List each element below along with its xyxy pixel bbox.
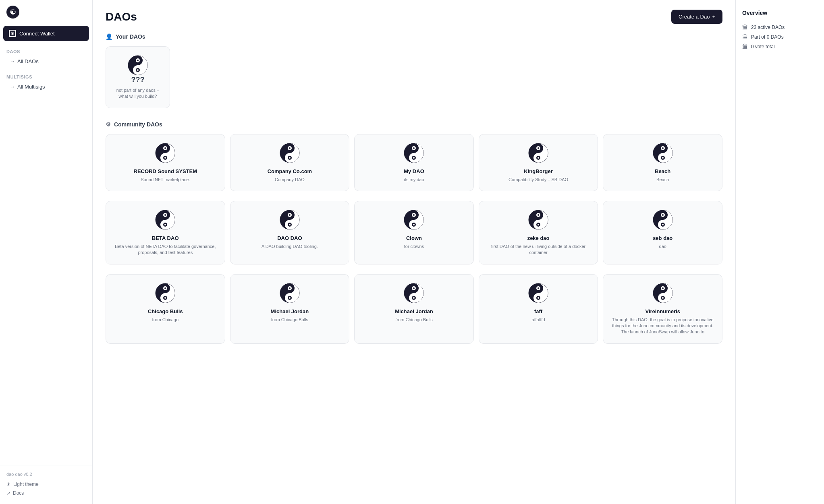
- dao-desc: affafffd: [532, 317, 545, 323]
- dao-desc: from Chicago: [152, 317, 178, 323]
- external-link-icon: ↗: [6, 490, 10, 496]
- svg-point-64: [289, 297, 291, 299]
- sidebar-footer: dao dao v0.2 ☀ Light theme ↗ Docs: [0, 465, 92, 504]
- theme-label: Light theme: [13, 481, 39, 487]
- yin-yang-icon: [127, 55, 148, 76]
- gear-icon: ⚙: [106, 121, 111, 128]
- dao-desc: from Chicago Bulls: [271, 317, 308, 323]
- dao-card[interactable]: My DAOits my dao: [354, 134, 474, 191]
- dao-name: zeke dao: [527, 235, 550, 242]
- dao-card[interactable]: BETA DAOBeta version of NETA DAO to faci…: [106, 201, 225, 264]
- svg-point-59: [164, 297, 166, 299]
- dao-card[interactable]: BeachBeach: [603, 134, 722, 191]
- page-header: DAOs Create a Dao +: [106, 10, 722, 24]
- dao-desc: Compatibility Study – SB DAO: [509, 177, 568, 183]
- docs-link[interactable]: ↗ Docs: [6, 489, 86, 498]
- wallet-icon: ▣: [9, 30, 16, 37]
- dao-name: KingBorger: [524, 168, 553, 175]
- empty-desc: not part of any daos – what will you bui…: [112, 87, 163, 100]
- connect-wallet-button[interactable]: ▣ Connect Wallet: [3, 26, 89, 41]
- all-multisigs-label: All Multisigs: [17, 84, 45, 90]
- svg-point-38: [289, 214, 291, 216]
- dao-card[interactable]: RECORD Sound SYSTEMSound NFT marketplace…: [106, 134, 225, 191]
- svg-point-39: [289, 224, 291, 225]
- dao-desc: Beach: [656, 177, 669, 183]
- dao-card[interactable]: Michael Jordanfrom Chicago Bulls: [230, 274, 350, 344]
- sidebar: ☯ ▣ Connect Wallet DAOs → All DAOs Multi…: [0, 0, 93, 504]
- dao-desc: from Chicago Bulls: [395, 317, 432, 323]
- dao-card[interactable]: zeke daofirst DAO of the new ui living o…: [479, 201, 598, 264]
- dao-name: RECORD Sound SYSTEM: [134, 168, 197, 175]
- version-label: dao dao v0.2: [6, 472, 86, 477]
- dao-desc: for clowns: [404, 244, 424, 250]
- svg-point-43: [413, 214, 415, 216]
- theme-toggle[interactable]: ☀ Light theme: [6, 480, 86, 489]
- overview-title: Overview: [742, 10, 818, 16]
- page-title: DAOs: [106, 10, 137, 23]
- daos-section: DAOs → All DAOs: [0, 43, 92, 68]
- dao-card[interactable]: DAO DAOA DAO building DAO tooling.: [230, 201, 350, 264]
- svg-point-3: [137, 60, 139, 61]
- your-daos-label: Your DAOs: [116, 33, 145, 40]
- dao-desc: Through this DAO, the goal is to propose…: [610, 317, 716, 335]
- dao-card[interactable]: faffaffafffd: [479, 274, 598, 344]
- overview-items: 🏛 23 active DAOs🏛 Part of 0 DAOs🏛 0 vote…: [742, 23, 818, 52]
- svg-point-29: [662, 157, 664, 159]
- dao-desc: A DAO building DAO tooling.: [262, 244, 318, 250]
- svg-point-9: [164, 157, 166, 159]
- dao-card[interactable]: seb daodao: [603, 201, 722, 264]
- empty-dao-card[interactable]: ??? not part of any daos – what will you…: [106, 46, 170, 108]
- svg-point-4: [137, 69, 139, 71]
- empty-question: ???: [131, 76, 145, 84]
- overview-item: 🏛 23 active DAOs: [742, 23, 818, 32]
- sidebar-logo: ☯: [0, 0, 92, 24]
- svg-point-48: [538, 214, 539, 216]
- your-daos-section: 👤 Your DAOs ??? not part of any daos – w…: [106, 33, 722, 108]
- dao-name: DAO DAO: [277, 235, 302, 242]
- multisigs-section-label: Multisigs: [6, 74, 86, 79]
- dao-name: Company Co.com: [268, 168, 312, 175]
- svg-point-49: [538, 224, 539, 225]
- dao-name: My DAO: [404, 168, 424, 175]
- dao-desc: Beta version of NETA DAO to facilitate g…: [112, 244, 218, 256]
- connect-wallet-label: Connect Wallet: [19, 31, 55, 37]
- arrow-icon-2: →: [10, 84, 15, 90]
- app-logo[interactable]: ☯: [6, 6, 19, 19]
- dao-card[interactable]: Company Co.comCompany DAO: [230, 134, 350, 191]
- overview-item: 🏛 Part of 0 DAOs: [742, 32, 818, 42]
- dao-name: Michael Jordan: [271, 308, 309, 315]
- dao-desc: first DAO of the new ui living outside o…: [486, 244, 592, 256]
- dao-card[interactable]: Michael Jordanfrom Chicago Bulls: [354, 274, 474, 344]
- dao-name: faff: [534, 308, 542, 315]
- community-daos-section: ⚙ Community DAOs RECORD Sound SYSTEMSoun…: [106, 121, 722, 344]
- dao-card[interactable]: KingBorgerCompatibility Study – SB DAO: [479, 134, 598, 191]
- svg-point-69: [413, 297, 415, 299]
- community-dao-row-2: BETA DAOBeta version of NETA DAO to faci…: [106, 201, 722, 264]
- overview-item: 🏛 0 vote total: [742, 42, 818, 52]
- dao-desc: Company DAO: [275, 177, 305, 183]
- dao-desc: Sound NFT marketplace.: [141, 177, 190, 183]
- dao-name: BETA DAO: [152, 235, 178, 242]
- svg-point-68: [413, 287, 415, 289]
- svg-point-18: [413, 147, 415, 149]
- dao-card[interactable]: VireinnumerisThrough this DAO, the goal …: [603, 274, 722, 344]
- dao-card[interactable]: Chicago Bullsfrom Chicago: [106, 274, 225, 344]
- dao-desc: dao: [659, 244, 666, 250]
- overview-item-label: Part of 0 DAOs: [751, 34, 784, 40]
- person-icon: 👤: [106, 33, 112, 40]
- svg-point-73: [538, 287, 539, 289]
- right-sidebar: Overview 🏛 23 active DAOs🏛 Part of 0 DAO…: [735, 0, 824, 504]
- dao-name: Clown: [406, 235, 422, 242]
- sidebar-item-all-multisigs[interactable]: → All Multisigs: [6, 82, 86, 92]
- svg-point-13: [289, 147, 291, 149]
- dao-card[interactable]: Clownfor clowns: [354, 201, 474, 264]
- docs-label: Docs: [13, 490, 24, 496]
- svg-point-34: [164, 224, 166, 225]
- create-dao-button[interactable]: Create a Dao +: [671, 10, 722, 24]
- svg-point-58: [164, 287, 166, 289]
- dao-name: Beach: [655, 168, 670, 175]
- svg-point-79: [662, 297, 664, 299]
- sidebar-item-all-daos[interactable]: → All DAOs: [6, 56, 86, 66]
- svg-point-28: [662, 147, 664, 149]
- svg-point-8: [164, 147, 166, 149]
